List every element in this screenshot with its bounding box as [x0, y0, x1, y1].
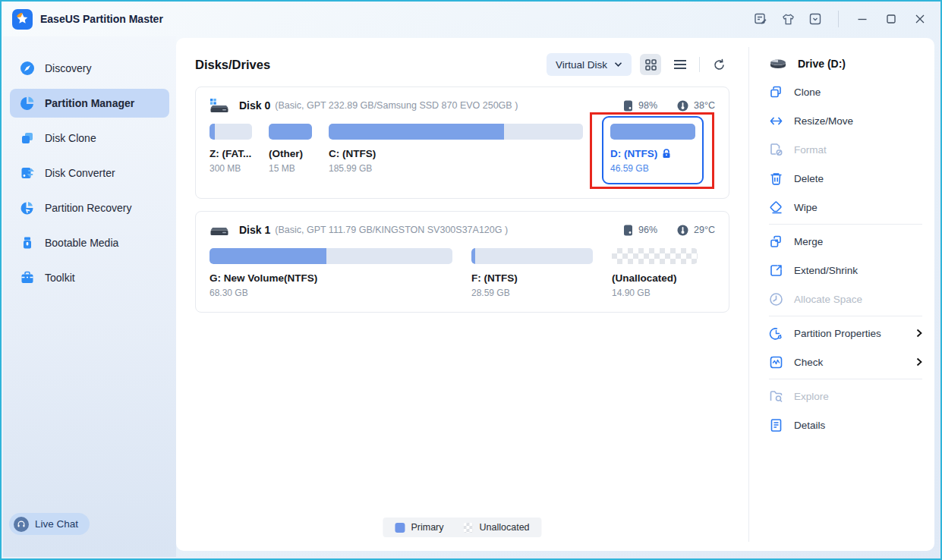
maximize-button[interactable] [883, 11, 899, 27]
action-label: Resize/Move [794, 115, 853, 127]
action-resize-move[interactable]: Resize/Move [769, 106, 924, 135]
partition-label: G: New Volume(NTFS) [210, 272, 452, 284]
partition-bar [269, 124, 312, 140]
live-chat-button[interactable]: Live Chat [9, 513, 90, 535]
close-button[interactable] [912, 11, 928, 27]
partition-properties-icon [769, 326, 783, 341]
easeus-partition-master-window: { "window": { "title": "EaseUS Partition… [0, 0, 942, 560]
legend-label: Primary [411, 522, 443, 533]
partition-g[interactable]: G: New Volume(NTFS) 68.30 GB [210, 241, 452, 298]
chevron-down-icon [614, 61, 622, 68]
sidebar-nav: Discovery Partition Manager Disk Clone D… [3, 36, 176, 310]
action-check[interactable]: Check [769, 348, 924, 376]
system-disk-icon [210, 98, 229, 113]
sidebar-item-label: Toolkit [45, 272, 75, 284]
main-panel: Disks/Drives Virtual Disk [176, 38, 934, 551]
refresh-button[interactable] [708, 54, 729, 75]
trash-icon [769, 171, 783, 186]
sidebar-item-disk-clone[interactable]: Disk Clone [10, 124, 169, 153]
partition-legend: Primary Unallocated [383, 518, 541, 537]
usb-drive-icon [20, 235, 35, 250]
virtual-disk-dropdown[interactable]: Virtual Disk [547, 53, 632, 76]
partition-size: 28.59 GB [471, 288, 593, 298]
action-label: Extend/Shrink [794, 265, 858, 276]
disk-converter-icon [20, 165, 35, 181]
pie-chart-icon [20, 96, 35, 111]
partition-bar [471, 248, 593, 264]
minimize-button[interactable] [854, 11, 871, 27]
actions-panel: Drive (D:) Clone Resize/Move Format Dele… [749, 38, 934, 551]
details-document-icon [769, 418, 783, 433]
partition-label: C: (NTFS) [329, 148, 583, 159]
primary-swatch-icon [395, 523, 405, 533]
sidebar-item-discovery[interactable]: Discovery [10, 54, 169, 83]
drive-title: Drive (D:) [769, 50, 924, 77]
chevron-right-icon [916, 357, 922, 367]
explore-folder-icon [769, 389, 783, 404]
sidebar-item-partition-manager[interactable]: Partition Manager [10, 89, 169, 118]
temperature-value: 38°C [694, 100, 715, 111]
disk0-header: Disk 0 (Basic, GPT 232.89 GB/Samsung SSD… [210, 98, 715, 113]
sidebar-item-partition-recovery[interactable]: Partition Recovery [10, 193, 169, 222]
live-chat-label: Live Chat [35, 518, 78, 530]
action-label: Merge [794, 236, 823, 247]
partition-bar [210, 124, 252, 140]
partition-label: Z: (FAT... [210, 148, 252, 159]
disk-name: Disk 0 [239, 99, 270, 112]
disk0-stats: 98% 38°C [623, 100, 715, 112]
sidebar-item-toolkit[interactable]: Toolkit [10, 263, 169, 292]
theme-shirt-icon[interactable] [780, 11, 796, 27]
disk-icon [210, 222, 229, 238]
unallocated-swatch-icon [464, 523, 474, 533]
partition-size: 300 MB [210, 163, 252, 174]
partition-z[interactable]: Z: (FAT... 300 MB [210, 116, 252, 174]
partition-bar [610, 124, 695, 140]
sidebar-item-disk-converter[interactable]: Disk Converter [10, 159, 169, 187]
disk-card-1: Disk 1 (Basic, GPT 111.79 GB/KINGSTON SV… [195, 211, 729, 313]
sidebar: Discovery Partition Manager Disk Clone D… [3, 36, 176, 557]
resize-move-icon [769, 114, 783, 128]
partition-f[interactable]: F: (NTFS) 28.59 GB [471, 241, 593, 298]
action-wipe[interactable]: Wipe [769, 193, 924, 222]
headset-icon [14, 517, 29, 532]
check-icon [769, 355, 783, 370]
list-view-button[interactable] [669, 54, 691, 75]
partition-bar [210, 248, 452, 264]
action-label: Details [794, 420, 825, 431]
action-label: Delete [794, 173, 824, 184]
partition-other[interactable]: (Other) 15 MB [269, 116, 312, 174]
partition-unallocated[interactable]: (Unallocated) 14.90 GB [612, 241, 698, 298]
sidebar-item-bootable-media[interactable]: Bootable Media [10, 228, 169, 257]
window-menu-icon[interactable] [808, 11, 823, 27]
partition-size: 68.30 GB [210, 288, 452, 298]
action-extend-shrink[interactable]: Extend/Shrink [769, 256, 924, 285]
action-merge[interactable]: Merge [769, 227, 924, 256]
action-label: Partition Properties [794, 328, 881, 339]
sidebar-item-label: Bootable Media [45, 237, 118, 249]
page-title: Disks/Drives [195, 58, 270, 72]
action-label: Check [794, 357, 823, 368]
toolbox-icon [20, 270, 35, 285]
action-partition-properties[interactable]: Partition Properties [769, 319, 924, 348]
action-label: Explore [794, 391, 829, 402]
action-clone[interactable]: Clone [769, 77, 924, 106]
disk1-temperature: 29°C [677, 225, 715, 236]
partition-d-selected[interactable]: D: (NTFS) 46.59 GB [602, 116, 704, 184]
sidebar-item-label: Disk Clone [45, 132, 96, 144]
disk1-stats: 96% 29°C [623, 225, 715, 236]
partition-bar [329, 124, 583, 140]
legend-primary: Primary [395, 522, 443, 533]
clone-icon [769, 85, 783, 99]
feedback-icon[interactable] [753, 11, 768, 27]
format-icon [769, 143, 783, 157]
drive-cylinder-icon [769, 58, 787, 71]
action-delete[interactable]: Delete [769, 164, 924, 193]
disk0-temperature: 38°C [677, 100, 715, 112]
app-title: EaseUS Partition Master [40, 13, 163, 25]
actions-divider [769, 379, 922, 379]
disk0-health: 98% [623, 100, 657, 112]
disks-header: Disks/Drives Virtual Disk [195, 53, 729, 76]
action-details[interactable]: Details [769, 411, 924, 439]
grid-view-button[interactable] [640, 54, 661, 75]
partition-c[interactable]: C: (NTFS) 185.99 GB [329, 116, 583, 174]
